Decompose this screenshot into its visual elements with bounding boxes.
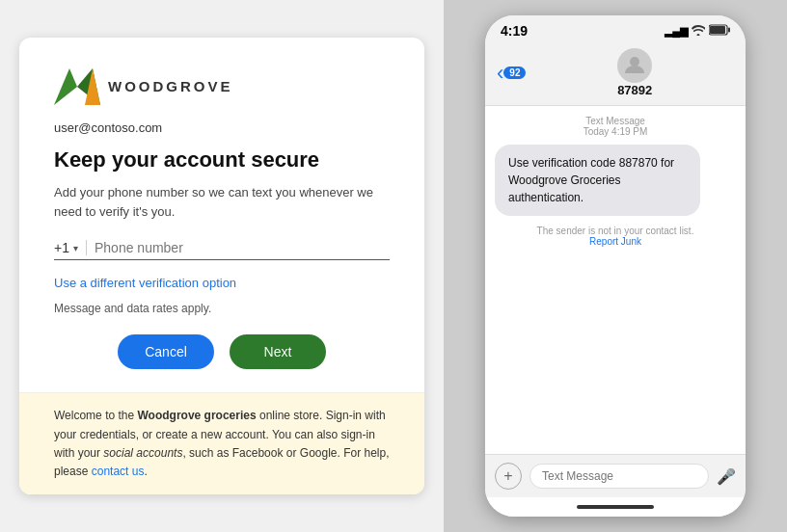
back-badge: 92	[503, 66, 526, 79]
phone-status-bar: 4:19 ▂▄▆	[485, 15, 746, 42]
footer-contact-link[interactable]: contact us	[92, 465, 145, 478]
rates-note: Message and data rates apply.	[54, 302, 390, 315]
country-code-selector[interactable]: +1 ▾	[54, 240, 87, 255]
left-panel: WOODGROVE user@contoso.com Keep your acc…	[0, 0, 444, 532]
phone-number-input[interactable]	[95, 240, 390, 255]
button-row: Cancel Next	[54, 334, 390, 392]
msg-warning: The sender is not in your contact list.	[495, 226, 736, 236]
msg-label: Text Message Today 4:19 PM	[495, 116, 736, 137]
auth-card: WOODGROVE user@contoso.com Keep your acc…	[19, 38, 424, 494]
msg-type-label: Text Message	[585, 116, 645, 126]
msg-time-label: Today 4:19 PM	[583, 126, 648, 137]
svg-point-7	[630, 57, 639, 66]
user-email: user@contoso.com	[54, 120, 390, 135]
chevron-down-icon: ▾	[73, 243, 78, 253]
cancel-button[interactable]: Cancel	[118, 334, 214, 369]
add-attachment-button[interactable]: +	[495, 463, 522, 490]
phone-row: +1 ▾	[54, 240, 390, 260]
svg-rect-5	[710, 26, 725, 34]
alt-verification-link[interactable]: Use a different verification option	[54, 276, 390, 290]
right-panel: 4:19 ▂▄▆ ‹ 92 87892	[444, 0, 787, 532]
chat-area: Text Message Today 4:19 PM Use verificat…	[485, 106, 746, 454]
card-description: Add your phone number so we can text you…	[54, 183, 390, 221]
country-code-value: +1	[54, 240, 69, 255]
microphone-icon[interactable]: 🎤	[717, 467, 736, 486]
wifi-icon	[692, 25, 705, 38]
svg-rect-6	[728, 28, 730, 33]
status-icons: ▂▄▆	[665, 24, 730, 38]
battery-icon	[709, 24, 730, 38]
svg-marker-0	[54, 68, 77, 105]
report-junk-link[interactable]: Report Junk	[495, 236, 736, 247]
home-indicator	[577, 505, 654, 509]
footer-brand: Woodgrove groceries	[137, 409, 256, 422]
home-bar	[485, 497, 746, 517]
logo-area: WOODGROVE	[54, 68, 390, 105]
status-time: 4:19	[501, 23, 528, 39]
text-message-input[interactable]	[529, 464, 709, 489]
phone-header: ‹ 92 87892	[485, 42, 746, 106]
message-text: Use verification code 887870 for Woodgro…	[508, 156, 674, 204]
woodgrove-logo-icon	[54, 68, 100, 105]
footer-text-1: Welcome to the	[54, 409, 137, 422]
phone-input-bar: + 🎤	[485, 454, 746, 497]
signal-icon: ▂▄▆	[665, 25, 688, 38]
contact-name: 87892	[617, 83, 652, 97]
card-footer: Welcome to the Woodgrove groceries onlin…	[19, 392, 424, 494]
footer-social-text: social accounts	[103, 446, 182, 460]
back-arrow-icon: ‹	[497, 61, 503, 86]
next-button[interactable]: Next	[230, 334, 326, 369]
card-title: Keep your account secure	[54, 146, 390, 174]
contact-avatar	[617, 48, 652, 83]
back-button[interactable]: ‹ 92	[497, 61, 526, 86]
footer-text-4: .	[144, 465, 147, 478]
message-bubble: Use verification code 887870 for Woodgro…	[495, 145, 700, 216]
phone-mockup: 4:19 ▂▄▆ ‹ 92 87892	[485, 15, 746, 517]
logo-text: WOODGROVE	[108, 78, 233, 94]
